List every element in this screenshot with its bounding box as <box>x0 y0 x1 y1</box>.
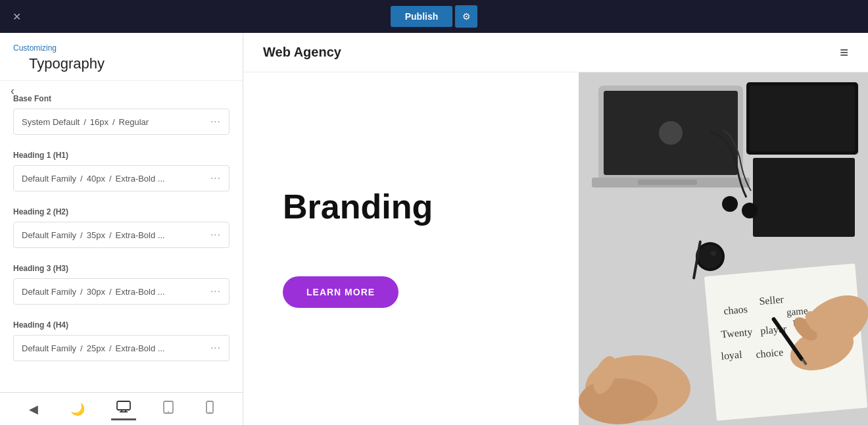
svg-point-41 <box>711 251 716 256</box>
font-row-base-font[interactable]: System Default / 16px / Regular··· <box>13 109 229 135</box>
svg-point-12 <box>659 121 683 145</box>
font-row-heading3[interactable]: Default Family / 30px / Extra-Bold ...··… <box>13 278 229 305</box>
font-family-base-font: System Default <box>22 117 80 127</box>
mobile-icon[interactable] <box>201 398 219 420</box>
desk-image: chaos Seller game Twenty player Unsplash… <box>579 72 868 425</box>
tablet-icon[interactable] <box>158 398 179 420</box>
font-section-label-heading4: Heading 4 (H4) <box>13 320 229 330</box>
font-family-heading4: Default Family <box>22 343 76 353</box>
preview-content: Branding LEARN MORE <box>243 72 868 425</box>
font-size-base-font: 16px <box>90 117 108 127</box>
font-section-label-base-font: Base Font <box>13 94 229 103</box>
divider: / <box>80 343 83 353</box>
font-weight-heading1: Extra-Bold ... <box>116 174 165 184</box>
font-section-label-heading1: Heading 1 (H1) <box>13 151 229 160</box>
divider: / <box>80 230 83 240</box>
svg-point-40 <box>698 245 722 268</box>
font-row-text-base-font: System Default / 16px / Regular <box>22 117 149 127</box>
divider: / <box>109 287 112 297</box>
font-row-more-heading4[interactable]: ··· <box>210 342 221 354</box>
font-row-heading1[interactable]: Default Family / 40px / Extra-Bold ...··… <box>13 165 229 191</box>
font-size-heading4: 25px <box>87 343 105 353</box>
font-section-label-heading3: Heading 3 (H3) <box>13 264 229 273</box>
undo-icon[interactable]: ◀ <box>24 399 43 419</box>
font-weight-base-font: Regular <box>119 117 149 127</box>
sidebar: Customizing ‹ Typography Base FontSystem… <box>0 33 243 425</box>
customizing-label: Customizing <box>13 43 229 53</box>
sidebar-scroll[interactable]: Base FontSystem Default / 16px / Regular… <box>0 81 243 425</box>
svg-rect-16 <box>750 86 855 151</box>
font-row-text-heading1: Default Family / 40px / Extra-Bold ... <box>22 174 165 184</box>
learn-more-button[interactable]: LEARN MORE <box>283 276 398 308</box>
divider: / <box>84 117 86 127</box>
divider: / <box>109 343 112 353</box>
divider: / <box>80 174 83 184</box>
divider: / <box>109 174 112 184</box>
svg-text:choice: choice <box>756 346 784 360</box>
divider: / <box>112 117 115 127</box>
font-weight-heading4: Extra-Bold ... <box>116 343 165 353</box>
font-section-heading1: Heading 1 (H1)Default Family / 40px / Ex… <box>13 151 229 191</box>
font-weight-heading2: Extra-Bold ... <box>116 230 165 240</box>
svg-point-5 <box>168 411 169 413</box>
font-row-text-heading4: Default Family / 25px / Extra-Bold ... <box>22 343 165 353</box>
svg-text:chaos: chaos <box>723 303 748 316</box>
font-section-label-heading2: Heading 2 (H2) <box>13 207 229 216</box>
top-bar: ✕ Publish ⚙ <box>0 0 868 33</box>
svg-text:game: game <box>786 305 808 318</box>
font-row-heading4[interactable]: Default Family / 25px / Extra-Bold ...··… <box>13 335 229 361</box>
divider: / <box>80 287 83 297</box>
font-section-base-font: Base FontSystem Default / 16px / Regular… <box>13 94 229 135</box>
svg-point-37 <box>579 378 658 424</box>
font-row-more-heading1[interactable]: ··· <box>210 172 221 184</box>
font-row-more-heading3[interactable]: ··· <box>210 286 221 297</box>
svg-rect-0 <box>117 401 130 410</box>
close-button[interactable]: ✕ <box>7 7 26 26</box>
font-size-heading3: 30px <box>87 287 105 297</box>
main-area: Customizing ‹ Typography Base FontSystem… <box>0 33 868 425</box>
font-row-text-heading3: Default Family / 30px / Extra-Bold ... <box>22 287 165 297</box>
settings-button[interactable]: ⚙ <box>455 5 477 28</box>
bottom-toolbar: ◀ 🌙 <box>0 392 243 425</box>
font-row-text-heading2: Default Family / 35px / Extra-Bold ... <box>22 230 165 240</box>
dark-mode-icon[interactable]: 🌙 <box>65 399 90 419</box>
sidebar-header: Customizing ‹ Typography <box>0 33 243 81</box>
font-row-more-base-font[interactable]: ··· <box>210 116 221 128</box>
desktop-icon[interactable] <box>111 398 136 420</box>
svg-point-18 <box>722 196 738 212</box>
publish-button[interactable]: Publish <box>391 6 453 27</box>
font-family-heading1: Default Family <box>22 174 76 184</box>
divider: / <box>109 230 112 240</box>
font-row-more-heading2[interactable]: ··· <box>210 229 221 241</box>
preview-right: chaos Seller game Twenty player Unsplash… <box>579 72 868 425</box>
preview-header: Web Agency ≡ <box>243 33 868 72</box>
publish-group: Publish ⚙ <box>391 5 478 28</box>
page-title: Typography <box>29 55 105 72</box>
font-family-heading2: Default Family <box>22 230 76 240</box>
hamburger-icon[interactable]: ≡ <box>840 44 848 61</box>
back-button[interactable]: ‹ <box>11 84 14 98</box>
font-section-heading2: Heading 2 (H2)Default Family / 35px / Ex… <box>13 207 229 248</box>
svg-rect-14 <box>638 180 697 185</box>
font-size-heading1: 40px <box>87 174 105 184</box>
font-weight-heading3: Extra-Bold ... <box>116 287 165 297</box>
svg-text:Seller: Seller <box>759 293 784 307</box>
branding-heading: Branding <box>283 189 539 224</box>
font-size-heading2: 35px <box>87 230 105 240</box>
font-section-heading4: Heading 4 (H4)Default Family / 25px / Ex… <box>13 320 229 361</box>
site-title: Web Agency <box>263 45 341 60</box>
svg-rect-17 <box>753 158 855 237</box>
font-family-heading3: Default Family <box>22 287 76 297</box>
preview-left: Branding LEARN MORE <box>243 72 579 425</box>
font-section-heading3: Heading 3 (H3)Default Family / 30px / Ex… <box>13 264 229 305</box>
preview-pane: Web Agency ≡ Branding LEARN MORE <box>243 33 868 425</box>
svg-point-7 <box>209 411 210 413</box>
font-row-heading2[interactable]: Default Family / 35px / Extra-Bold ...··… <box>13 222 229 248</box>
svg-point-19 <box>742 203 758 218</box>
